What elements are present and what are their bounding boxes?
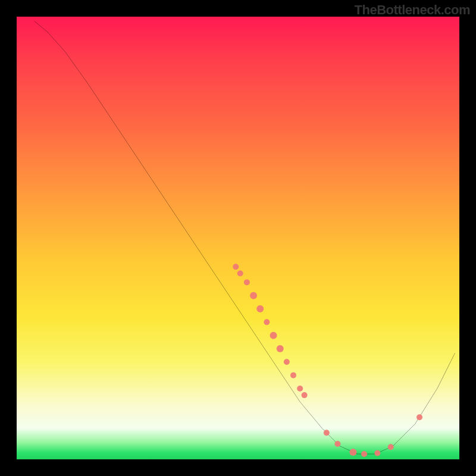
- data-point: [244, 279, 250, 285]
- data-point: [374, 450, 380, 456]
- data-point: [237, 271, 243, 277]
- data-point: [256, 305, 264, 312]
- data-point: [233, 264, 239, 270]
- data-markers: [233, 264, 422, 457]
- data-point: [270, 332, 277, 339]
- bottleneck-curve: [35, 21, 455, 454]
- data-point: [302, 392, 308, 398]
- data-point: [284, 359, 290, 365]
- plot-area: [17, 17, 459, 459]
- data-point: [349, 449, 356, 456]
- data-point: [277, 345, 284, 352]
- data-point: [297, 386, 303, 392]
- chart-overlay: [17, 17, 459, 459]
- data-point: [250, 292, 257, 299]
- data-point: [324, 430, 330, 436]
- chart-frame: TheBottleneck.com: [0, 0, 476, 476]
- watermark-text: TheBottleneck.com: [355, 2, 470, 18]
- data-point: [361, 451, 367, 457]
- data-point: [416, 414, 422, 420]
- data-point: [334, 441, 340, 447]
- data-point: [388, 444, 394, 450]
- data-point: [264, 319, 270, 325]
- data-point: [290, 372, 296, 378]
